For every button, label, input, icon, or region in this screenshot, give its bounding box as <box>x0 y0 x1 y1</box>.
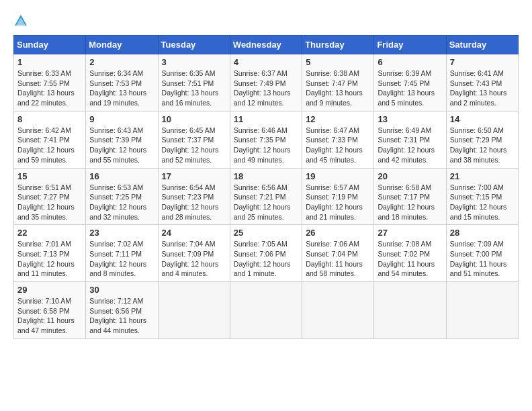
daylight-text: Daylight: 12 hours and 32 minutes. <box>89 202 154 222</box>
day-info: Sunrise: 6:37 AMSunset: 7:49 PMDaylight:… <box>234 68 298 108</box>
day-number: 18 <box>234 171 298 181</box>
sunset-text: Sunset: 7:43 PM <box>450 79 515 89</box>
calendar-cell <box>374 282 446 339</box>
day-info: Sunrise: 6:38 AMSunset: 7:47 PMDaylight:… <box>306 68 370 108</box>
calendar-cell: 5Sunrise: 6:38 AMSunset: 7:47 PMDaylight… <box>302 54 374 111</box>
sunset-text: Sunset: 7:31 PM <box>378 135 442 145</box>
day-number: 7 <box>450 57 515 67</box>
sunrise-text: Sunrise: 7:09 AM <box>450 239 515 249</box>
sunrise-text: Sunrise: 6:34 AM <box>89 68 154 79</box>
day-info: Sunrise: 7:10 AMSunset: 6:58 PMDaylight:… <box>17 296 82 336</box>
sunset-text: Sunset: 7:39 PM <box>89 135 154 145</box>
sunset-text: Sunset: 7:37 PM <box>162 135 226 145</box>
day-info: Sunrise: 6:51 AMSunset: 7:27 PMDaylight:… <box>17 183 82 222</box>
daylight-text: Daylight: 13 hours and 2 minutes. <box>450 88 515 107</box>
calendar-cell: 12Sunrise: 6:47 AMSunset: 7:33 PMDayligh… <box>302 111 374 168</box>
sunset-text: Sunset: 7:09 PM <box>162 249 226 259</box>
day-number: 8 <box>17 114 82 124</box>
calendar-cell: 26Sunrise: 7:06 AMSunset: 7:04 PMDayligh… <box>302 225 374 282</box>
calendar-cell: 16Sunrise: 6:53 AMSunset: 7:25 PMDayligh… <box>86 168 158 225</box>
day-number: 27 <box>378 228 442 238</box>
day-number: 20 <box>378 171 442 181</box>
calendar-cell: 1Sunrise: 6:33 AMSunset: 7:55 PMDaylight… <box>14 54 86 111</box>
day-info: Sunrise: 7:09 AMSunset: 7:00 PMDaylight:… <box>450 239 515 279</box>
day-info: Sunrise: 7:01 AMSunset: 7:13 PMDaylight:… <box>17 239 82 279</box>
daylight-text: Daylight: 12 hours and 4 minutes. <box>162 259 226 279</box>
calendar-cell: 20Sunrise: 6:58 AMSunset: 7:17 PMDayligh… <box>374 168 446 225</box>
sunrise-text: Sunrise: 7:08 AM <box>378 239 442 249</box>
daylight-text: Daylight: 12 hours and 35 minutes. <box>17 202 82 222</box>
calendar-cell <box>446 282 518 339</box>
sunset-text: Sunset: 7:19 PM <box>306 192 370 202</box>
sunrise-text: Sunrise: 6:58 AM <box>378 183 442 193</box>
sunrise-text: Sunrise: 6:49 AM <box>378 126 442 136</box>
sunrise-text: Sunrise: 7:04 AM <box>162 239 226 249</box>
daylight-text: Daylight: 12 hours and 45 minutes. <box>306 145 370 165</box>
sunset-text: Sunset: 7:27 PM <box>17 192 82 202</box>
sunset-text: Sunset: 7:33 PM <box>306 135 370 145</box>
daylight-text: Daylight: 12 hours and 1 minute. <box>234 259 298 279</box>
sunrise-text: Sunrise: 7:01 AM <box>17 239 82 249</box>
day-number: 4 <box>234 57 298 67</box>
sunset-text: Sunset: 7:06 PM <box>234 249 298 259</box>
day-number: 23 <box>89 228 154 238</box>
day-info: Sunrise: 7:08 AMSunset: 7:02 PMDaylight:… <box>378 239 442 279</box>
sunrise-text: Sunrise: 6:41 AM <box>450 68 515 79</box>
sunrise-text: Sunrise: 6:56 AM <box>234 183 298 193</box>
daylight-text: Daylight: 11 hours and 58 minutes. <box>306 259 370 279</box>
day-number: 28 <box>450 228 515 238</box>
sunrise-text: Sunrise: 6:50 AM <box>450 126 515 136</box>
sunrise-text: Sunrise: 6:57 AM <box>306 183 370 193</box>
calendar-cell: 2Sunrise: 6:34 AMSunset: 7:53 PMDaylight… <box>86 54 158 111</box>
day-number: 15 <box>17 171 82 181</box>
day-number: 17 <box>162 171 226 181</box>
day-info: Sunrise: 6:47 AMSunset: 7:33 PMDaylight:… <box>306 126 370 165</box>
day-number: 16 <box>89 171 154 181</box>
day-number: 9 <box>89 114 154 124</box>
daylight-text: Daylight: 13 hours and 9 minutes. <box>306 88 370 107</box>
sunset-text: Sunset: 7:02 PM <box>378 249 442 259</box>
sunset-text: Sunset: 6:58 PM <box>17 306 82 316</box>
day-number: 5 <box>306 57 370 67</box>
day-number: 26 <box>306 228 370 238</box>
calendar-cell: 24Sunrise: 7:04 AMSunset: 7:09 PMDayligh… <box>158 225 230 282</box>
day-number: 30 <box>89 285 154 295</box>
calendar-cell: 25Sunrise: 7:05 AMSunset: 7:06 PMDayligh… <box>230 225 302 282</box>
weekday-header: Tuesday <box>158 36 230 54</box>
sunrise-text: Sunrise: 6:33 AM <box>17 68 82 79</box>
sunset-text: Sunset: 7:04 PM <box>306 249 370 259</box>
day-info: Sunrise: 6:56 AMSunset: 7:21 PMDaylight:… <box>234 183 298 222</box>
daylight-text: Daylight: 13 hours and 5 minutes. <box>378 88 442 107</box>
daylight-text: Daylight: 12 hours and 52 minutes. <box>162 145 226 165</box>
day-info: Sunrise: 7:02 AMSunset: 7:11 PMDaylight:… <box>89 239 154 279</box>
sunrise-text: Sunrise: 7:12 AM <box>89 296 154 306</box>
daylight-text: Daylight: 11 hours and 44 minutes. <box>89 316 154 335</box>
day-info: Sunrise: 6:46 AMSunset: 7:35 PMDaylight:… <box>234 126 298 165</box>
daylight-text: Daylight: 12 hours and 42 minutes. <box>378 145 442 165</box>
weekday-header: Wednesday <box>230 36 302 54</box>
weekday-header: Saturday <box>446 36 518 54</box>
day-info: Sunrise: 6:41 AMSunset: 7:43 PMDaylight:… <box>450 68 515 108</box>
calendar-week-row: 15Sunrise: 6:51 AMSunset: 7:27 PMDayligh… <box>14 168 519 225</box>
weekday-header: Sunday <box>14 36 86 54</box>
sunset-text: Sunset: 7:55 PM <box>17 79 82 89</box>
sunrise-text: Sunrise: 7:06 AM <box>306 239 370 249</box>
calendar-cell: 11Sunrise: 6:46 AMSunset: 7:35 PMDayligh… <box>230 111 302 168</box>
daylight-text: Daylight: 13 hours and 22 minutes. <box>17 88 82 107</box>
calendar-cell <box>158 282 230 339</box>
calendar-cell: 23Sunrise: 7:02 AMSunset: 7:11 PMDayligh… <box>86 225 158 282</box>
sunrise-text: Sunrise: 6:45 AM <box>162 126 226 136</box>
weekday-header: Friday <box>374 36 446 54</box>
sunset-text: Sunset: 7:41 PM <box>17 135 82 145</box>
daylight-text: Daylight: 13 hours and 19 minutes. <box>89 88 154 107</box>
sunrise-text: Sunrise: 7:10 AM <box>17 296 82 306</box>
calendar-week-row: 1Sunrise: 6:33 AMSunset: 7:55 PMDaylight… <box>14 54 519 111</box>
calendar-cell: 8Sunrise: 6:42 AMSunset: 7:41 PMDaylight… <box>14 111 86 168</box>
sunset-text: Sunset: 7:13 PM <box>17 249 82 259</box>
daylight-text: Daylight: 12 hours and 15 minutes. <box>450 202 515 222</box>
sunrise-text: Sunrise: 6:47 AM <box>306 126 370 136</box>
daylight-text: Daylight: 12 hours and 49 minutes. <box>234 145 298 165</box>
calendar-cell: 27Sunrise: 7:08 AMSunset: 7:02 PMDayligh… <box>374 225 446 282</box>
day-number: 12 <box>306 114 370 124</box>
calendar-cell: 21Sunrise: 7:00 AMSunset: 7:15 PMDayligh… <box>446 168 518 225</box>
